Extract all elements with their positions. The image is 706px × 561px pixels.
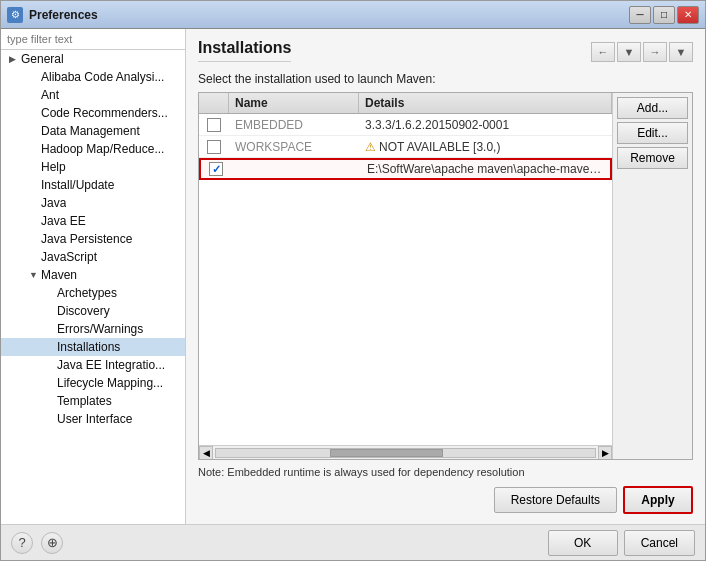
sidebar-item-javascript[interactable]: JavaScript: [1, 248, 185, 266]
sidebar: ▶ General Alibaba Code Analysi... Ant Co…: [1, 29, 186, 524]
sidebar-item-installations[interactable]: Installations: [1, 338, 185, 356]
help-icon: ?: [18, 535, 25, 550]
window-title: Preferences: [29, 8, 629, 22]
cancel-button[interactable]: Cancel: [624, 530, 695, 556]
sidebar-item-install-update[interactable]: Install/Update: [1, 176, 185, 194]
sidebar-item-templates[interactable]: Templates: [1, 392, 185, 410]
content-area: ▶ General Alibaba Code Analysi... Ant Co…: [1, 29, 705, 524]
apply-button[interactable]: Apply: [623, 486, 693, 514]
table-with-actions: Name Details EMBEDDED 3.3.3/1.6.2.201509…: [199, 93, 692, 459]
title-bar: ⚙ Preferences ─ □ ✕: [1, 1, 705, 29]
scrollbar-track[interactable]: [215, 448, 596, 458]
scrollbar-thumb[interactable]: [330, 449, 444, 457]
row-name: WORKSPACE: [229, 138, 359, 156]
remove-button[interactable]: Remove: [617, 147, 688, 169]
window-icon: ⚙: [7, 7, 23, 23]
sidebar-item-java-ee[interactable]: Java EE: [1, 212, 185, 230]
warning-icon: ⚠: [365, 140, 376, 154]
table-body: EMBEDDED 3.3.3/1.6.2.20150902-0001 WORKS…: [199, 114, 612, 445]
sidebar-item-label: Ant: [41, 88, 59, 102]
expand-arrow: ▼: [29, 270, 41, 280]
dropdown-button[interactable]: ▼: [617, 42, 641, 62]
sidebar-item-errors-warnings[interactable]: Errors/Warnings: [1, 320, 185, 338]
action-buttons: Add... Edit... Remove: [612, 93, 692, 459]
sidebar-item-data-mgmt[interactable]: Data Management: [1, 122, 185, 140]
sidebar-item-java-ee-int[interactable]: Java EE Integratio...: [1, 356, 185, 374]
minimize-button[interactable]: ─: [629, 6, 651, 24]
sidebar-item-label: Lifecycle Mapping...: [57, 376, 163, 390]
sidebar-item-label: Java Persistence: [41, 232, 132, 246]
sidebar-item-label: Java: [41, 196, 66, 210]
table-header: Name Details: [199, 93, 612, 114]
sidebar-item-user-interface[interactable]: User Interface: [1, 410, 185, 428]
table-data: Name Details EMBEDDED 3.3.3/1.6.2.201509…: [199, 93, 612, 459]
scroll-right-btn[interactable]: ▶: [598, 446, 612, 460]
row-name: EMBEDDED: [229, 116, 359, 134]
row-details: 3.3.3/1.6.2.20150902-0001: [359, 116, 612, 134]
window-controls: ─ □ ✕: [629, 6, 699, 24]
scroll-left-btn[interactable]: ◀: [199, 446, 213, 460]
ok-button[interactable]: OK: [548, 530, 618, 556]
checkbox-embedded[interactable]: [207, 118, 221, 132]
add-button[interactable]: Add...: [617, 97, 688, 119]
th-check: [199, 93, 229, 113]
row-checkbox[interactable]: [201, 160, 231, 178]
row-details: E:\SoftWare\apache maven\apache-maven-3.…: [361, 160, 610, 178]
sidebar-item-discovery[interactable]: Discovery: [1, 302, 185, 320]
status-bar: ? ⊕ OK Cancel: [1, 524, 705, 560]
edit-button[interactable]: Edit...: [617, 122, 688, 144]
checkbox-workspace[interactable]: [207, 140, 221, 154]
maximize-button[interactable]: □: [653, 6, 675, 24]
forward-dropdown-button[interactable]: ▼: [669, 42, 693, 62]
sidebar-item-label: Install/Update: [41, 178, 114, 192]
sidebar-item-label: Discovery: [57, 304, 110, 318]
sidebar-item-alibaba[interactable]: Alibaba Code Analysi...: [1, 68, 185, 86]
sidebar-item-label: Hadoop Map/Reduce...: [41, 142, 164, 156]
back-button[interactable]: ←: [591, 42, 615, 62]
row-checkbox[interactable]: [199, 138, 229, 156]
link-button[interactable]: ⊕: [41, 532, 63, 554]
sidebar-item-label: Code Recommenders...: [41, 106, 168, 120]
sidebar-item-code-rec[interactable]: Code Recommenders...: [1, 104, 185, 122]
th-details: Details: [359, 93, 612, 113]
sidebar-item-java-persistence[interactable]: Java Persistence: [1, 230, 185, 248]
panel-description: Select the installation used to launch M…: [198, 72, 693, 86]
sidebar-item-label: User Interface: [57, 412, 132, 426]
table-row[interactable]: WORKSPACE ⚠NOT AVAILABLE [3.0,): [199, 136, 612, 158]
sidebar-item-label: Data Management: [41, 124, 140, 138]
sidebar-item-java[interactable]: Java: [1, 194, 185, 212]
note-text: Note: Embedded runtime is always used fo…: [198, 466, 693, 478]
checkbox-custom[interactable]: [209, 162, 223, 176]
sidebar-item-maven[interactable]: ▼ Maven: [1, 266, 185, 284]
sidebar-item-label: Alibaba Code Analysi...: [41, 70, 164, 84]
sidebar-item-label: Help: [41, 160, 66, 174]
help-button[interactable]: ?: [11, 532, 33, 554]
forward-button[interactable]: →: [643, 42, 667, 62]
preferences-window: ⚙ Preferences ─ □ ✕ ▶ General Alibaba Co…: [0, 0, 706, 561]
sidebar-item-ant[interactable]: Ant: [1, 86, 185, 104]
close-button[interactable]: ✕: [677, 6, 699, 24]
restore-defaults-button[interactable]: Restore Defaults: [494, 487, 617, 513]
sidebar-item-general[interactable]: ▶ General: [1, 50, 185, 68]
row-checkbox[interactable]: [199, 116, 229, 134]
sidebar-item-label: Java EE: [41, 214, 86, 228]
link-icon: ⊕: [47, 535, 58, 550]
sidebar-item-label: General: [21, 52, 64, 66]
table-row-selected[interactable]: E:\SoftWare\apache maven\apache-maven-3.…: [199, 158, 612, 180]
main-panel: Installations ← ▼ → ▼ Select the install…: [186, 29, 705, 524]
sidebar-item-help[interactable]: Help: [1, 158, 185, 176]
sidebar-item-label: Java EE Integratio...: [57, 358, 165, 372]
panel-toolbar: ← ▼ → ▼: [591, 42, 693, 62]
row-details: ⚠NOT AVAILABLE [3.0,): [359, 138, 612, 156]
sidebar-item-hadoop[interactable]: Hadoop Map/Reduce...: [1, 140, 185, 158]
sidebar-item-label: JavaScript: [41, 250, 97, 264]
bottom-buttons: Restore Defaults Apply: [198, 486, 693, 514]
horizontal-scrollbar[interactable]: ◀ ▶: [199, 445, 612, 459]
table-row[interactable]: EMBEDDED 3.3.3/1.6.2.20150902-0001: [199, 114, 612, 136]
status-right: OK Cancel: [548, 530, 695, 556]
sidebar-item-lifecycle-mapping[interactable]: Lifecycle Mapping...: [1, 374, 185, 392]
sidebar-item-label: Maven: [41, 268, 77, 282]
sidebar-item-label: Archetypes: [57, 286, 117, 300]
filter-input[interactable]: [1, 29, 185, 50]
sidebar-item-archetypes[interactable]: Archetypes: [1, 284, 185, 302]
